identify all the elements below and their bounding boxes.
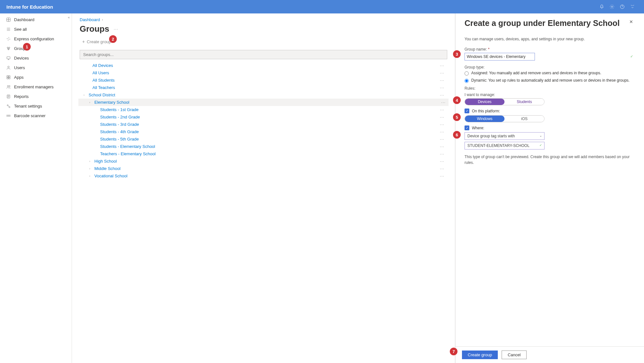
radio-assigned[interactable]: Assigned: You manually add and remove us…	[465, 71, 635, 76]
more-icon[interactable]: ···	[438, 93, 446, 97]
svg-point-7	[8, 66, 9, 68]
search-input[interactable]	[80, 50, 447, 59]
checkbox-icon[interactable]: ✓	[465, 109, 469, 113]
pill-ios[interactable]: iOS	[505, 116, 544, 122]
nav-item-users[interactable]: Users	[0, 63, 72, 72]
more-icon[interactable]: ···	[438, 137, 446, 141]
tree-label[interactable]: ›Vocational School	[80, 173, 127, 178]
tree-row[interactable]: ›Elementary School···	[78, 99, 449, 106]
tree-row[interactable]: ›Vocational School···	[80, 172, 447, 180]
nav-icon	[6, 27, 11, 32]
nav-item-express-configuration[interactable]: Express configuration	[0, 34, 72, 44]
tree-row[interactable]: All Students···	[80, 77, 447, 84]
svg-rect-6	[7, 57, 10, 59]
nav-item-dashboard[interactable]: Dashboard	[0, 15, 72, 24]
tree-row[interactable]: Students - 4th Grade···	[80, 128, 447, 135]
nav-item-enrollment-managers[interactable]: Enrollment managers	[0, 82, 72, 92]
checkbox-icon[interactable]: ✓	[465, 125, 469, 130]
tree-row[interactable]: ›School District···	[80, 91, 447, 99]
tree-row[interactable]: All Users···	[80, 69, 447, 77]
more-icon[interactable]: ···	[438, 70, 446, 75]
tree-row[interactable]: Students - 1st Grade···	[80, 106, 447, 113]
nav-item-barcode-scanner[interactable]: Barcode scanner	[0, 111, 72, 120]
feedback-icon[interactable]	[627, 2, 638, 12]
where-select[interactable]: Device group tag starts with	[465, 132, 545, 140]
breadcrumb[interactable]: Dashboard ›	[80, 17, 447, 22]
page-title: Groups	[80, 24, 109, 34]
tree-row[interactable]: All Devices···	[80, 62, 447, 69]
where-check[interactable]: ✓ Where:	[465, 125, 635, 130]
radio-dynamic[interactable]: Dynamic: You set up rules to automatical…	[465, 78, 635, 83]
more-icon[interactable]: ···	[438, 144, 446, 149]
nav-item-groups[interactable]: Groups	[0, 44, 72, 53]
tree-row[interactable]: All Teachers···	[80, 84, 447, 91]
chevron-right-icon: ›	[83, 93, 87, 97]
sidebar: « DashboardSee allExpress configurationG…	[0, 13, 72, 363]
more-icon[interactable]: ···	[438, 159, 446, 164]
more-icon[interactable]: ···	[438, 85, 446, 90]
more-icon[interactable]: ···	[438, 129, 446, 134]
group-name-label: Group name: *	[465, 47, 635, 52]
tree-row[interactable]: Students - 5th Grade···	[80, 135, 447, 143]
close-icon[interactable]: ✕	[627, 19, 635, 25]
tree-label[interactable]: Students - 5th Grade	[80, 137, 139, 141]
gear-icon[interactable]	[607, 2, 617, 12]
tree-row[interactable]: Teachers - Elementary School···	[80, 150, 447, 157]
tree-label[interactable]: All Users	[80, 70, 109, 75]
create-group-submit[interactable]: Create group	[462, 351, 498, 359]
pill-students[interactable]: Students	[505, 99, 544, 105]
more-icon[interactable]: ···	[438, 122, 446, 127]
group-name-input[interactable]	[465, 53, 535, 60]
notification-icon[interactable]	[597, 2, 607, 12]
more-icon[interactable]: ···	[114, 27, 118, 31]
breadcrumb-item[interactable]: Dashboard	[80, 17, 100, 22]
cancel-button[interactable]: Cancel	[502, 351, 527, 359]
tag-value-input[interactable]: STUDENT-ELEMENTARY-SCHOOL	[465, 142, 545, 149]
pill-devices[interactable]: Devices	[465, 99, 505, 105]
more-icon[interactable]: ···	[438, 115, 446, 119]
tree-label[interactable]: Students - 2nd Grade	[80, 115, 140, 119]
nav-item-devices[interactable]: Devices	[0, 53, 72, 63]
tree-row[interactable]: ›Middle School···	[80, 165, 447, 172]
collapse-icon[interactable]: «	[68, 15, 70, 19]
tree-label[interactable]: Students - 1st Grade	[80, 107, 139, 112]
nav-item-tenant-settings[interactable]: Tenant settings	[0, 101, 72, 111]
svg-rect-8	[7, 76, 8, 77]
more-icon[interactable]: ···	[438, 107, 446, 112]
tree-label[interactable]: All Students	[80, 78, 115, 83]
tree-label[interactable]: ›High School	[80, 159, 117, 164]
tree-label[interactable]: Students - 4th Grade	[80, 129, 139, 134]
tree-label[interactable]: ›Middle School	[80, 166, 121, 171]
tree-label[interactable]: ›Elementary School	[80, 100, 129, 105]
tree-row[interactable]: Students - 3rd Grade···	[80, 121, 447, 128]
tree-label[interactable]: Students - 3rd Grade	[80, 122, 139, 127]
svg-rect-10	[7, 77, 8, 79]
more-icon[interactable]: ···	[438, 166, 446, 171]
panel-description: You can manage users, devices, apps, and…	[465, 37, 635, 41]
annotation-badge: 1	[23, 43, 31, 51]
more-icon[interactable]: ···	[438, 78, 446, 83]
create-group-button[interactable]: + Create group	[80, 37, 447, 46]
tree-row[interactable]: Students - 2nd Grade···	[80, 113, 447, 121]
pill-windows[interactable]: Windows	[465, 116, 505, 122]
manage-toggle[interactable]: Devices Students	[465, 98, 545, 105]
tree-label[interactable]: Students - Elementary School	[80, 144, 155, 149]
tree-label[interactable]: ›School District	[80, 93, 115, 97]
nav-item-apps[interactable]: Apps	[0, 72, 72, 82]
tree-label[interactable]: All Teachers	[80, 85, 115, 90]
platform-toggle[interactable]: Windows iOS	[465, 115, 545, 122]
tree-label[interactable]: Teachers - Elementary School	[80, 151, 155, 156]
nav-item-see-all[interactable]: See all	[0, 24, 72, 34]
chevron-right-icon: ›	[102, 18, 103, 21]
tree-label[interactable]: All Devices	[80, 63, 113, 68]
more-icon[interactable]: ···	[438, 173, 446, 178]
tree-row[interactable]: Students - Elementary School···	[80, 143, 447, 150]
platform-check[interactable]: ✓ On this platform:	[465, 109, 635, 113]
help-icon[interactable]	[617, 2, 627, 12]
tree-row[interactable]: ›High School···	[80, 157, 447, 165]
more-icon[interactable]: ···	[440, 100, 447, 105]
svg-point-15	[7, 105, 8, 106]
more-icon[interactable]: ···	[438, 63, 446, 68]
nav-item-reports[interactable]: Reports	[0, 92, 72, 101]
more-icon[interactable]: ···	[438, 151, 446, 156]
